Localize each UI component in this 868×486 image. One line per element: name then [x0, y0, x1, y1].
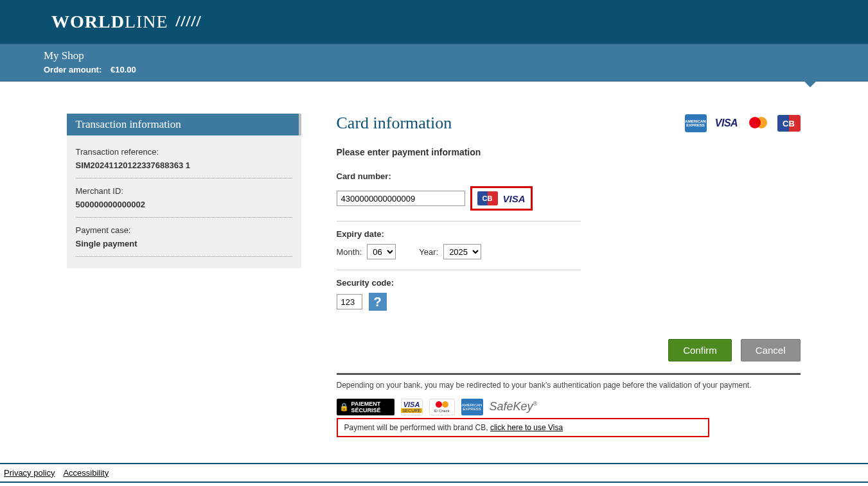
- security-code-label: Security code:: [337, 278, 581, 288]
- footer-bottom: Sips e-payment solution Secured by WORLD…: [0, 483, 868, 486]
- brand-switch-text: Payment will be performed with brand CB,: [344, 423, 490, 432]
- card-number-input[interactable]: [337, 191, 465, 206]
- cb-detected-icon: CB: [477, 191, 498, 205]
- accessibility-link[interactable]: Accessibility: [63, 468, 109, 478]
- top-bar: WORLDLINE: [0, 0, 868, 44]
- worldline-logo: WORLDLINE: [51, 12, 203, 32]
- paiement-securise-badge: 🔒 PAIEMENT SÉCURISÉ: [337, 399, 394, 415]
- footer-links: Privacy policy Accessibility: [0, 463, 868, 483]
- payment-case-row: Payment case: Single payment: [76, 221, 292, 257]
- visa-secure-badge: VISASECURE: [401, 399, 423, 415]
- card-number-block: Card number: CB VISA: [337, 171, 581, 221]
- accepted-card-logos: AMERICANEXPRESS VISA CB: [685, 114, 801, 132]
- month-label: Month:: [337, 247, 362, 257]
- amex-icon: AMERICANEXPRESS: [685, 114, 707, 132]
- merchant-id-row: Merchant ID: 500000000000002: [76, 182, 292, 218]
- transaction-panel-heading: Transaction information: [67, 114, 301, 135]
- main-content: Card information AMERICANEXPRESS VISA CB…: [337, 114, 846, 437]
- security-code-help-button[interactable]: ?: [369, 293, 387, 311]
- brand-switch-notice: Payment will be performed with brand CB,…: [337, 418, 709, 437]
- tx-value: 500000000000002: [76, 200, 292, 209]
- transaction-panel: Transaction information Transaction refe…: [67, 114, 301, 437]
- order-bar: My Shop Order amount: €10.00: [0, 44, 868, 82]
- tx-label: Transaction reference:: [76, 147, 292, 157]
- detected-brand-box: CB VISA: [470, 186, 533, 211]
- expiry-block: Expiry date: Month: 06 Year: 2025: [337, 229, 581, 270]
- page-title: Card information: [337, 114, 452, 133]
- divider: [337, 373, 801, 375]
- security-logos: 🔒 PAIEMENT SÉCURISÉ VISASECURE ID Check …: [337, 399, 801, 415]
- expiry-label: Expiry date:: [337, 229, 581, 239]
- transaction-reference-row: Transaction reference: SIM20241120122337…: [76, 143, 292, 178]
- safekey-badge: SafeKey®: [490, 400, 538, 413]
- amex-badge: AMERICANEXPRESS: [461, 399, 483, 415]
- visa-icon: VISA: [714, 115, 739, 132]
- year-label: Year:: [419, 247, 438, 257]
- form-subtitle: Please enter payment information: [337, 147, 581, 157]
- privacy-policy-link[interactable]: Privacy policy: [4, 468, 55, 478]
- security-code-input[interactable]: [337, 294, 362, 309]
- tx-label: Merchant ID:: [76, 186, 292, 196]
- logo-wave-icon: [175, 13, 203, 31]
- switch-to-visa-link[interactable]: click here to use Visa: [490, 423, 563, 432]
- tx-value: Single payment: [76, 239, 292, 248]
- cancel-button[interactable]: Cancel: [741, 339, 801, 361]
- tx-label: Payment case:: [76, 225, 292, 235]
- month-select[interactable]: 06: [367, 244, 396, 259]
- tx-value: SIM20241120122337688363 1: [76, 161, 292, 170]
- order-amount-label: Order amount:: [44, 65, 102, 74]
- security-code-block: Security code: ?: [337, 278, 581, 321]
- cb-icon: CB: [777, 115, 801, 132]
- mastercard-icon: [747, 116, 770, 131]
- card-number-label: Card number:: [337, 171, 581, 181]
- order-amount-value: €10.00: [111, 65, 136, 74]
- transaction-panel-body: Transaction reference: SIM20241120122337…: [67, 135, 301, 268]
- redirect-note: Depending on your bank, you may be redir…: [337, 380, 801, 391]
- visa-detected-icon: VISA: [503, 193, 526, 204]
- shop-name: My Shop: [44, 49, 868, 62]
- year-select[interactable]: 2025: [443, 244, 481, 259]
- lock-icon: 🔒: [339, 403, 349, 412]
- mc-idcheck-badge: ID Check: [429, 399, 455, 415]
- logo-text: WORLDLINE: [51, 12, 168, 32]
- confirm-button[interactable]: Confirm: [668, 339, 732, 361]
- action-buttons: Confirm Cancel: [337, 339, 801, 361]
- order-amount-row: Order amount: €10.00: [44, 65, 868, 74]
